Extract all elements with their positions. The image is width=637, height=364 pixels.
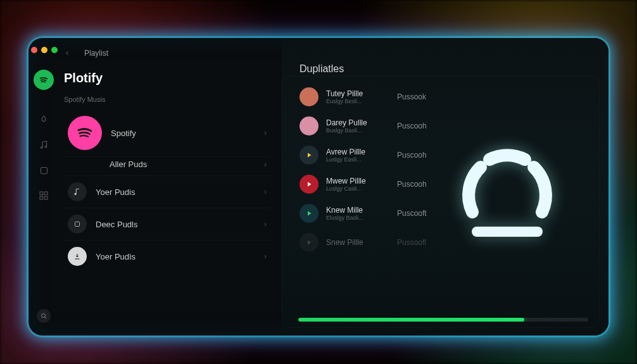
- track-meta: Tutey PillleEuslgy Besli...: [326, 89, 384, 104]
- music-note-icon[interactable]: [38, 139, 49, 151]
- track-title: Mwew Pillle: [326, 177, 384, 185]
- album-art-icon: [300, 87, 318, 106]
- sidebar-item-label: Yoer Pudìs: [96, 252, 136, 261]
- sidebar-item-label: Spotify: [111, 129, 136, 138]
- track-album: Puscooft: [397, 209, 427, 218]
- svg-rect-3: [40, 192, 43, 195]
- chevron-right-icon: ›: [264, 129, 267, 137]
- track-row[interactable]: Knew MilleEluslgy Basli...Puscooft: [297, 200, 593, 227]
- chevron-left-icon: [64, 50, 70, 56]
- square-icon: [68, 215, 87, 234]
- play-icon: [300, 204, 318, 223]
- svg-point-0: [41, 147, 42, 149]
- app-window: Playlist Plotify Spotify Musis Spotify ›…: [28, 38, 609, 336]
- svg-rect-2: [41, 167, 47, 173]
- chevron-right-icon: ›: [264, 252, 267, 261]
- track-row[interactable]: Snew PilllePussoofl: [297, 229, 593, 256]
- section-label: Spotify Musis: [64, 96, 270, 103]
- close-icon[interactable]: [31, 47, 37, 53]
- track-title: Avrew Pillle: [326, 147, 384, 156]
- page-title: Plotify: [64, 71, 270, 85]
- maximize-icon[interactable]: [51, 47, 58, 53]
- music-note-icon: [68, 182, 87, 201]
- track-title: Darey Pullle: [326, 118, 384, 127]
- spotify-logo-icon: [68, 116, 102, 150]
- svg-rect-6: [44, 196, 47, 199]
- track-album: Puscooh: [397, 122, 427, 130]
- minimize-icon[interactable]: [41, 47, 47, 53]
- track-row[interactable]: Darey PullleBuslgy Basli...Puscooh: [297, 113, 593, 139]
- svg-point-1: [45, 146, 47, 147]
- grid-icon[interactable]: [38, 190, 49, 201]
- track-title: Tutey Pillle: [326, 89, 384, 98]
- topbar: Playlist: [64, 47, 270, 60]
- sidebar-item-yoer1[interactable]: Yoer Pudis ›: [64, 176, 270, 208]
- sidebar-item-label: Deec Pudls: [96, 220, 137, 229]
- chevron-right-icon: ›: [264, 220, 267, 229]
- chevron-right-icon: ›: [264, 187, 267, 196]
- sidebar-item-label: Aller Puds: [110, 160, 147, 169]
- search-icon: [40, 312, 47, 320]
- sidebar-item-yoer2[interactable]: Yoer Pudìs ›: [64, 241, 270, 272]
- track-album: Pussoofl: [397, 238, 426, 247]
- content-title: Dupliatles: [300, 63, 593, 75]
- play-icon: [300, 175, 318, 194]
- svg-rect-5: [40, 196, 43, 199]
- svg-rect-4: [44, 192, 47, 195]
- track-meta: Mwew PillleLuslgy Casli...: [326, 177, 384, 192]
- home-icon[interactable]: [38, 114, 49, 125]
- track-subtitle: Euslgy Besli...: [326, 98, 384, 104]
- track-meta: Knew MilleEluslgy Basli...: [326, 206, 384, 221]
- track-list: Tutey PillleEuslgy Besli...PussookDarey …: [297, 84, 593, 256]
- track-album: Puscooh: [397, 151, 427, 160]
- back-button[interactable]: [64, 48, 70, 58]
- breadcrumb: Playlist: [84, 49, 108, 58]
- play-icon: [300, 233, 318, 252]
- playlist-list: Spotify › Aller Puds › Yoer Pudis › Deec…: [64, 110, 270, 272]
- track-subtitle: Luslgy Easli...: [326, 156, 384, 163]
- download-icon: [68, 247, 87, 266]
- track-row[interactable]: Avrew PillleLuslgy Easli...Puscooh: [297, 142, 593, 168]
- track-meta: Snew Pillle: [326, 238, 384, 247]
- track-row[interactable]: Mwew PillleLuslgy Casli...Puscooh: [297, 171, 593, 198]
- svg-rect-9: [75, 222, 80, 227]
- track-subtitle: Luslgy Casli...: [326, 185, 384, 192]
- search-button[interactable]: [37, 309, 51, 323]
- svg-point-7: [42, 314, 46, 318]
- play-icon: [300, 146, 318, 165]
- sidebar-item-spotify[interactable]: Spotify ›: [64, 110, 270, 157]
- track-subtitle: Buslgy Basli...: [326, 127, 384, 134]
- window-controls: [30, 47, 58, 53]
- track-title: Knew Mille: [326, 206, 384, 215]
- track-meta: Avrew PillleLuslgy Easli...: [326, 147, 384, 163]
- sidebar-item-deec[interactable]: Deec Pudls ›: [64, 208, 270, 241]
- content-pane: Dupliatles Tutey PillleEuslgy Besli...Pu…: [282, 38, 609, 336]
- track-album: Puscooh: [397, 180, 427, 189]
- svg-point-8: [75, 193, 76, 194]
- rail-nav: [38, 114, 49, 296]
- progress-fill: [298, 318, 524, 322]
- spotify-icon: [38, 74, 49, 85]
- track-meta: Darey PullleBuslgy Basli...: [326, 118, 384, 134]
- sidebar-item-label: Yoer Pudis: [96, 187, 135, 197]
- sidebar-item-aller[interactable]: Aller Puds ›: [64, 153, 270, 176]
- chevron-right-icon: ›: [264, 160, 267, 169]
- track-album: Pussook: [397, 92, 426, 101]
- album-art-icon: [300, 116, 318, 135]
- app-logo[interactable]: [34, 70, 54, 90]
- sidebar: Playlist Plotify Spotify Musis Spotify ›…: [59, 38, 282, 336]
- library-icon[interactable]: [38, 165, 49, 176]
- icon-rail: [28, 38, 59, 336]
- progress-bar[interactable]: [298, 318, 588, 322]
- track-subtitle: Eluslgy Basli...: [326, 215, 384, 221]
- track-title: Snew Pillle: [326, 238, 384, 247]
- track-row[interactable]: Tutey PillleEuslgy Besli...Pussook: [297, 84, 593, 110]
